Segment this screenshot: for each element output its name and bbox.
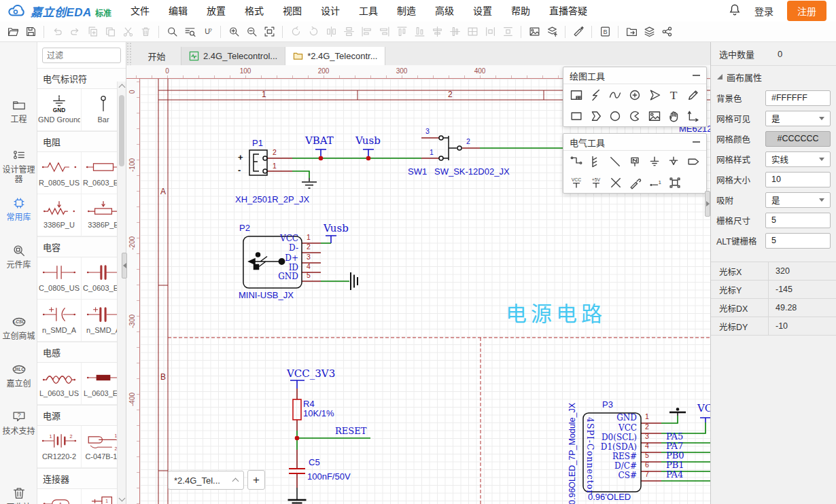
grid-style-dropdown[interactable]: 实线 bbox=[765, 151, 831, 167]
bg-color-input[interactable]: #FFFFFF bbox=[765, 90, 831, 106]
rectangle-tool-button[interactable] bbox=[568, 108, 585, 124]
arc-tool-button[interactable] bbox=[627, 87, 643, 103]
minimize-icon[interactable] bbox=[693, 75, 700, 76]
schematic-text[interactable]: 0.96OLED_7P_Module_JX bbox=[568, 397, 578, 504]
menu-design[interactable]: 设计 bbox=[311, 0, 349, 22]
chevron-up-icon[interactable] bbox=[232, 478, 239, 485]
library-section-header[interactable]: 电感 bbox=[37, 342, 126, 363]
schematic-text[interactable]: A bbox=[160, 187, 166, 196]
sidebar-item-recycle[interactable]: 回收站 bbox=[0, 486, 37, 504]
sidebar-item-support[interactable]: ?技术支持 bbox=[0, 410, 37, 436]
scroll-up-icon[interactable] bbox=[119, 84, 126, 91]
schematic-text[interactable]: 2 bbox=[645, 423, 649, 431]
filter-input[interactable] bbox=[42, 48, 121, 63]
sidebar-item-project[interactable]: 工程 bbox=[0, 98, 37, 124]
schematic-text[interactable]: + bbox=[238, 153, 243, 162]
menu-view[interactable]: 视图 bbox=[273, 0, 311, 22]
inspector-collapse-handle[interactable] bbox=[705, 191, 710, 217]
schematic-text[interactable]: D- bbox=[255, 244, 298, 253]
schematic-text[interactable]: 4 bbox=[645, 442, 649, 450]
tab-schematic-doc[interactable]: 2.4G_Telecontrol... bbox=[181, 47, 285, 65]
schematic-text[interactable]: SW_SK-12D02_JX bbox=[434, 167, 510, 177]
arrow-tool-button[interactable] bbox=[646, 87, 663, 103]
probe-tool-button[interactable] bbox=[627, 175, 644, 191]
line-tool-button[interactable] bbox=[607, 154, 623, 170]
grid-visible-dropdown[interactable]: 是 bbox=[765, 111, 831, 126]
schematic-text[interactable]: 4SPI-Connector bbox=[585, 417, 595, 490]
menu-live-qa[interactable]: 直播答疑 bbox=[540, 0, 597, 22]
schematic-text[interactable]: 7 bbox=[645, 471, 649, 479]
find-replace-button[interactable] bbox=[181, 24, 198, 40]
library-item[interactable]: C_0805_US bbox=[37, 257, 82, 300]
minimize-icon[interactable] bbox=[693, 141, 700, 143]
sidebar-item-design-manager[interactable]: 设计管理器 bbox=[0, 148, 37, 184]
v5-flag-tool-button[interactable]: +5V bbox=[588, 175, 604, 191]
layers-button[interactable] bbox=[640, 24, 658, 40]
pencil-tool-button[interactable] bbox=[685, 87, 701, 103]
library-section-header[interactable]: 电气标识符 bbox=[37, 68, 126, 89]
open-file-button[interactable] bbox=[4, 24, 22, 40]
register-button[interactable]: 注册 bbox=[787, 1, 826, 21]
schematic-text[interactable]: P1 bbox=[252, 139, 263, 148]
schematic-text[interactable]: 4 bbox=[307, 263, 311, 271]
bom-button[interactable]: B bbox=[596, 24, 614, 40]
schematic-text[interactable]: P3 bbox=[602, 400, 613, 410]
schematic-text[interactable]: 1 bbox=[645, 413, 649, 421]
menu-tools[interactable]: 工具 bbox=[349, 0, 387, 22]
schematic-text[interactable]: 1 bbox=[262, 90, 266, 99]
wire-tool-button[interactable] bbox=[568, 154, 585, 170]
magic-wand-button[interactable] bbox=[570, 24, 587, 40]
schematic-text[interactable]: 2 bbox=[466, 138, 470, 146]
library-section-header[interactable]: 连接器 bbox=[37, 468, 126, 489]
schematic-text[interactable]: - bbox=[238, 166, 241, 175]
menu-help[interactable]: 帮助 bbox=[502, 0, 540, 22]
tab-schematic-doc-modified[interactable]: *2.4G_Telecontr... bbox=[285, 47, 385, 65]
ground-tool-button[interactable] bbox=[646, 154, 663, 170]
schematic-text[interactable]: Vusb bbox=[355, 135, 381, 147]
app-logo[interactable]: 嘉立创EDA 标准 bbox=[0, 3, 111, 20]
pie-tool-button[interactable] bbox=[627, 108, 643, 124]
schematic-text[interactable]: 5 bbox=[645, 452, 649, 460]
no-connect-tool-button[interactable] bbox=[608, 175, 624, 191]
schematic-text[interactable]: Vusb bbox=[324, 223, 349, 234]
signal-ground-tool-button[interactable] bbox=[666, 154, 682, 170]
sheet-tab[interactable]: *2.4G_Tel... bbox=[168, 471, 244, 490]
schematic-text[interactable]: 1 bbox=[307, 234, 311, 242]
sheet-frame-tool-button[interactable] bbox=[568, 87, 585, 103]
schematic-text[interactable]: 1 bbox=[273, 162, 277, 170]
library-section-header[interactable]: 电阻 bbox=[37, 131, 126, 152]
schematic-text[interactable]: 10K/1% bbox=[303, 409, 334, 418]
schematic-text[interactable]: 3 bbox=[425, 128, 430, 136]
insert-image-button[interactable] bbox=[525, 24, 543, 40]
menu-advanced[interactable]: 高级 bbox=[425, 0, 464, 22]
vcc-flag-tool-button[interactable]: VCC bbox=[568, 175, 585, 191]
schematic-text[interactable]: 1 bbox=[430, 149, 434, 157]
login-link[interactable]: 登录 bbox=[754, 4, 773, 18]
library-item[interactable]: R_0805_US bbox=[37, 152, 82, 194]
search-button[interactable] bbox=[163, 24, 181, 40]
schematic-text[interactable]: 3 bbox=[307, 253, 311, 262]
library-section-header[interactable]: 电容 bbox=[37, 236, 126, 257]
schematic-text[interactable]: B bbox=[160, 373, 166, 382]
sidebar-item-common-lib[interactable]: 常用库 bbox=[0, 196, 37, 222]
share-button[interactable] bbox=[658, 24, 676, 40]
sidebar-item-lcsc-mall[interactable]: LCSC立创商城 bbox=[0, 314, 37, 341]
image-tool-button[interactable] bbox=[646, 108, 663, 124]
library-section-header[interactable]: 电源 bbox=[37, 405, 126, 426]
find-similar-button[interactable]: U? bbox=[198, 24, 216, 40]
net-class-tool-button[interactable] bbox=[667, 175, 683, 191]
zoom-in-button[interactable] bbox=[225, 24, 243, 40]
schematic-text[interactable]: 2 bbox=[273, 149, 277, 157]
export-button[interactable] bbox=[623, 24, 640, 40]
schematic-text[interactable]: 6 bbox=[645, 461, 649, 469]
grid-unit-input[interactable]: 5 bbox=[765, 213, 831, 228]
schematic-text[interactable]: RESET bbox=[335, 427, 366, 436]
menu-edit[interactable]: 编辑 bbox=[159, 0, 197, 22]
net-label-tool-button[interactable] bbox=[627, 154, 643, 170]
snap-dropdown[interactable]: 是 bbox=[765, 192, 831, 208]
sidebar-item-parts-lib[interactable]: 元件库 bbox=[0, 243, 37, 270]
polygon-tool-button[interactable] bbox=[588, 108, 604, 124]
bus-tool-button[interactable] bbox=[588, 154, 604, 170]
schematic-text[interactable]: MINI-USB_JX bbox=[239, 291, 294, 300]
schematic-text[interactable]: VCC bbox=[255, 234, 298, 243]
